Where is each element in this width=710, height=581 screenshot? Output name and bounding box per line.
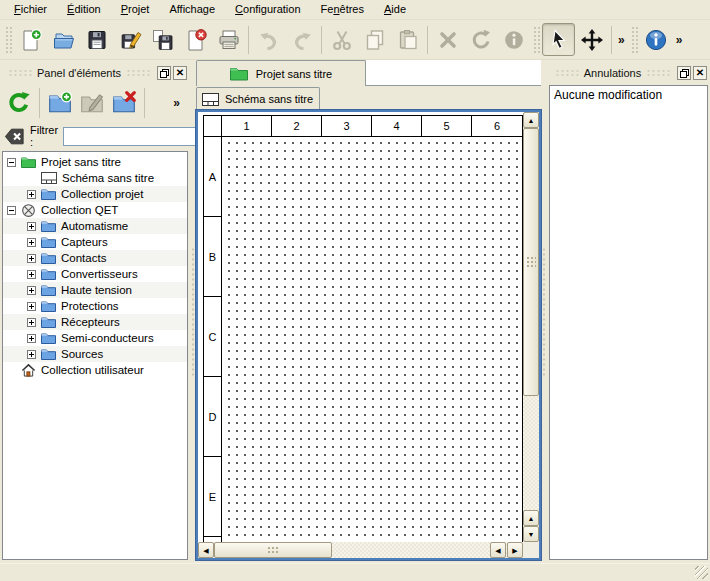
selection-mode-button[interactable] — [542, 23, 575, 56]
move-mode-button[interactable] — [575, 23, 608, 56]
folder-icon — [41, 333, 56, 344]
tree-item-projet-sans-titre[interactable]: Projet sans titre — [3, 154, 187, 170]
open-document-button[interactable] — [47, 23, 80, 56]
folder-new-icon — [47, 90, 73, 116]
rotate-button[interactable] — [464, 23, 497, 56]
undo-button[interactable] — [252, 23, 285, 56]
tree-item-semi-conducteurs[interactable]: Semi-conducteurs — [3, 330, 187, 346]
filter-row: Filtrer : — [0, 124, 190, 148]
folder-icon — [41, 237, 56, 248]
new-document-icon — [19, 28, 43, 52]
toolbar-drag-handle[interactable] — [630, 25, 638, 55]
reload-collections-button[interactable] — [3, 86, 35, 120]
float-panel-button[interactable] — [677, 66, 691, 80]
ruler-row-D: D — [204, 377, 222, 457]
expand-icon[interactable] — [27, 302, 36, 311]
undo-panel-title: Annulations — [584, 67, 642, 79]
save-button[interactable] — [80, 23, 113, 56]
new-document-button[interactable] — [14, 23, 47, 56]
ruler-column-4: 4 — [372, 116, 422, 137]
splitter-grip-dots — [191, 247, 195, 377]
toolbar-drag-handle[interactable] — [532, 25, 540, 55]
expand-icon[interactable] — [27, 222, 36, 231]
menu-fichier[interactable]: Fichier — [4, 1, 57, 18]
redo-button[interactable] — [285, 23, 318, 56]
copy-button[interactable] — [358, 23, 391, 56]
expand-icon[interactable] — [27, 270, 36, 279]
tree-item-collection-utilisateur[interactable]: Collection utilisateur — [3, 362, 187, 378]
tree-item-haute-tension[interactable]: Haute tension — [3, 282, 187, 298]
horizontal-scroll-thumb[interactable] — [214, 542, 332, 558]
menu-edition[interactable]: Édition — [57, 1, 111, 18]
tree-item-r-cepteurs[interactable]: Récepteurs — [3, 314, 187, 330]
home-icon — [21, 363, 36, 377]
ruler-row-C: C — [204, 297, 222, 377]
toolbar-drag-handle[interactable] — [4, 25, 12, 55]
cursor-arrow-icon — [547, 28, 571, 52]
tree-item-label: Haute tension — [61, 284, 132, 296]
scroll-up-button-2[interactable]: ▲ — [523, 510, 539, 526]
close-panel-button[interactable]: ✕ — [693, 66, 707, 80]
menu-configuration[interactable]: Configuration — [225, 1, 310, 18]
expand-icon[interactable] — [27, 254, 36, 263]
save-as-button[interactable] — [113, 23, 146, 56]
undo-history-item[interactable]: Aucune modification — [554, 88, 703, 104]
scroll-left-button[interactable]: ◀ — [198, 542, 214, 558]
new-category-button[interactable] — [44, 86, 76, 120]
thumb-grip-dots — [526, 256, 536, 268]
collapse-icon[interactable] — [7, 206, 16, 215]
tab-schema[interactable]: Schéma sans titre — [196, 87, 320, 110]
tree-item-convertisseurs[interactable]: Convertisseurs — [3, 266, 187, 282]
expand-icon[interactable] — [27, 238, 36, 247]
tree-item-sch-ma-sans-titre[interactable]: Schéma sans titre — [3, 170, 187, 186]
tree-item-collection-qet[interactable]: Collection QET — [3, 202, 187, 218]
collapse-icon[interactable] — [7, 158, 16, 167]
scroll-left-button-2[interactable]: ◀ — [490, 542, 506, 558]
menu-projet[interactable]: Projet — [111, 1, 160, 18]
tree-item-capteurs[interactable]: Capteurs — [3, 234, 187, 250]
menu-bar: Fichier Édition Projet Affichage Configu… — [0, 0, 710, 20]
about-info-button[interactable] — [640, 23, 673, 56]
delete-button[interactable] — [431, 23, 464, 56]
expand-icon[interactable] — [27, 350, 36, 359]
tree-item-contacts[interactable]: Contacts — [3, 250, 187, 266]
toolbar-overflow-button[interactable]: » — [673, 33, 686, 47]
toolbar-separator — [321, 26, 322, 54]
expand-icon[interactable] — [27, 190, 36, 199]
expand-icon[interactable] — [27, 286, 36, 295]
tree-item-label: Collection utilisateur — [41, 364, 144, 376]
edit-category-button[interactable] — [76, 86, 108, 120]
vertical-scroll-thumb[interactable] — [523, 128, 539, 396]
project-mdi-area: Projet sans titre Schéma sans titre 1234… — [196, 60, 541, 563]
tree-item-protections[interactable]: Protections — [3, 298, 187, 314]
toolbar-overflow-button[interactable]: » — [615, 33, 628, 47]
paste-button[interactable] — [391, 23, 424, 56]
tree-item-automatisme[interactable]: Automatisme — [3, 218, 187, 234]
ruler-column-6: 6 — [472, 116, 522, 137]
float-panel-button[interactable] — [157, 66, 171, 80]
save-all-button[interactable] — [146, 23, 179, 56]
expand-icon[interactable] — [27, 334, 36, 343]
scroll-right-button[interactable]: ▶ — [507, 542, 523, 558]
expand-icon[interactable] — [27, 318, 36, 327]
close-document-button[interactable] — [179, 23, 212, 56]
menu-fenetres[interactable]: Fenêtres — [311, 1, 374, 18]
folder-edit-icon — [79, 90, 105, 116]
tree-item-sources[interactable]: Sources — [3, 346, 187, 362]
open-folder-icon — [52, 28, 76, 52]
menu-affichage[interactable]: Affichage — [159, 1, 225, 18]
menu-aide[interactable]: Aide — [374, 1, 416, 18]
cut-button[interactable] — [325, 23, 358, 56]
close-panel-button[interactable]: ✕ — [173, 66, 187, 80]
tree-item-collection-projet[interactable]: Collection projet — [3, 186, 187, 202]
scroll-up-button[interactable]: ▲ — [523, 112, 539, 128]
delete-category-button[interactable] — [108, 86, 140, 120]
properties-button[interactable] — [497, 23, 530, 56]
print-button[interactable] — [212, 23, 245, 56]
clear-filter-button[interactable] — [4, 127, 25, 146]
scroll-down-button[interactable]: ▼ — [523, 526, 539, 542]
schema-canvas[interactable]: 123456 ABCDE — [198, 112, 523, 542]
window-resize-grip[interactable] — [695, 566, 708, 579]
tab-project[interactable]: Projet sans titre — [196, 60, 366, 86]
panel-toolbar-overflow-button[interactable]: » — [170, 96, 183, 110]
